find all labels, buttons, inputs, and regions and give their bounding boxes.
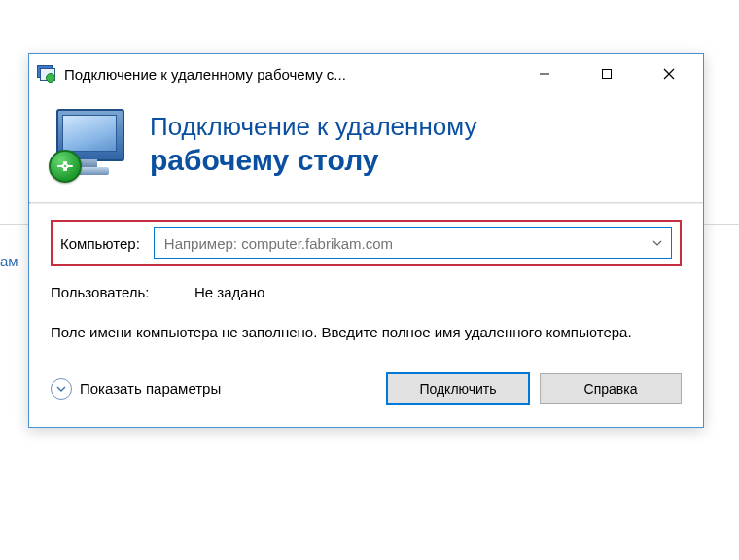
computer-combobox[interactable]: Например: computer.fabrikam.com: [154, 228, 672, 259]
banner-title-line1: Подключение к удаленному: [150, 113, 476, 142]
banner-title-line2: рабочему столу: [150, 144, 476, 178]
chevron-down-circle-icon: [51, 378, 72, 400]
close-button[interactable]: [649, 59, 689, 88]
computer-field-highlight: Компьютер: Например: computer.fabrikam.c…: [51, 220, 682, 266]
hint-text: Поле имени компьютера не заполнено. Введ…: [51, 322, 682, 343]
background-text: ам: [0, 253, 18, 269]
help-button[interactable]: Справка: [540, 373, 682, 404]
connect-button-label: Подключить: [419, 381, 496, 397]
show-options-toggle[interactable]: Показать параметры: [51, 378, 221, 400]
connect-button[interactable]: Подключить: [386, 372, 530, 405]
minimize-button[interactable]: [524, 59, 565, 88]
computer-label: Компьютер:: [60, 235, 140, 252]
titlebar[interactable]: Подключение к удаленному рабочему с...: [29, 54, 703, 93]
svg-rect-1: [603, 70, 612, 79]
show-options-label: Показать параметры: [80, 380, 221, 397]
user-label: Пользователь:: [51, 284, 175, 300]
header-banner: Подключение к удаленному рабочему столу: [29, 93, 703, 202]
help-button-label: Справка: [584, 381, 638, 397]
rdp-logo-icon: [51, 105, 130, 185]
chevron-down-icon[interactable]: [650, 235, 665, 251]
maximize-button[interactable]: [586, 59, 627, 88]
rdp-window: Подключение к удаленному рабочему с...: [28, 53, 704, 428]
computer-input-placeholder[interactable]: Например: computer.fabrikam.com: [164, 235, 650, 252]
user-value: Не задано: [194, 284, 264, 300]
window-title: Подключение к удаленному рабочему с...: [64, 66, 524, 83]
rdp-app-icon: [37, 65, 56, 83]
